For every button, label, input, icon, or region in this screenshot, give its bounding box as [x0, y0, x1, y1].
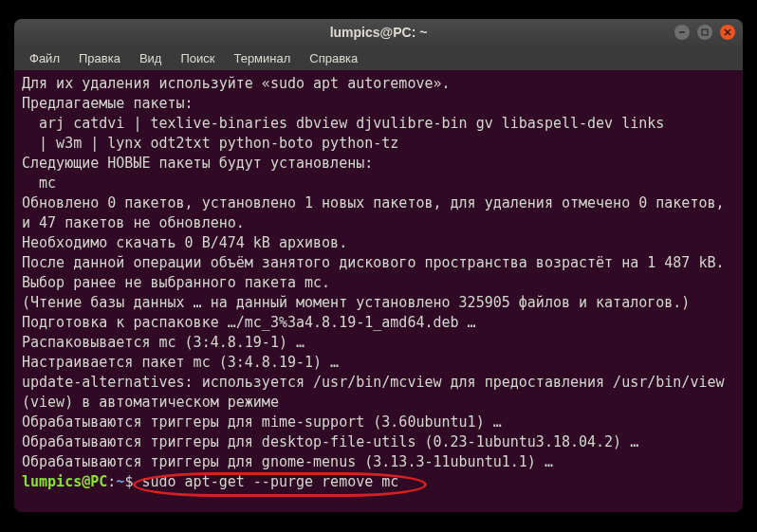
window-controls: [674, 25, 735, 40]
menu-view[interactable]: Вид: [132, 47, 170, 69]
output-line: После данной операции объём занятого дис…: [22, 253, 735, 273]
maximize-button[interactable]: [697, 25, 712, 40]
svg-rect-1: [702, 29, 708, 35]
window-title: lumpics@PC: ~: [330, 25, 428, 40]
output-line: Предлагаемые пакеты:: [22, 94, 735, 114]
menubar: Файл Правка Вид Поиск Терминал Справка: [14, 46, 743, 70]
output-line: Обновлено 0 пакетов, установлено 1 новых…: [22, 193, 735, 233]
output-line: Следующие НОВЫЕ пакеты будут установлены…: [22, 154, 735, 174]
output-line: arj catdvi | texlive-binaries dbview djv…: [22, 114, 735, 134]
minimize-button[interactable]: [674, 25, 690, 40]
output-line: Обрабатываются триггеры для desktop-file…: [22, 432, 735, 452]
output-line: (Чтение базы данных … на данный момент у…: [22, 293, 735, 313]
output-line: Настраивается пакет mc (3:4.8.19-1) …: [22, 353, 735, 373]
output-line: Обрабатываются триггеры для gnome-menus …: [22, 452, 735, 472]
output-line: | w3m | lynx odt2txt python-boto python-…: [22, 134, 735, 154]
close-button[interactable]: [720, 25, 735, 40]
output-line: update-alternatives: используется /usr/b…: [22, 373, 735, 413]
terminal-body[interactable]: Для их удаления используйте «sudo apt au…: [14, 70, 743, 512]
menu-edit[interactable]: Правка: [71, 47, 128, 69]
output-line: Распаковывается mc (3:4.8.19-1) …: [22, 333, 735, 353]
output-line: Выбор ранее не выбранного пакета mc.: [22, 273, 735, 293]
titlebar: lumpics@PC: ~: [14, 19, 743, 46]
output-line: Для их удаления используйте «sudo apt au…: [22, 74, 735, 94]
menu-file[interactable]: Файл: [22, 47, 67, 69]
output-line: Необходимо скачать 0 B/474 kB архивов.: [22, 233, 735, 253]
output-line: mc: [22, 174, 735, 193]
output-line: Обрабатываются триггеры для mime-support…: [22, 413, 735, 432]
output-line: Подготовка к распаковке …/mc_3%3a4.8.19-…: [22, 313, 735, 333]
menu-help[interactable]: Справка: [302, 47, 365, 69]
prompt-separator: :: [107, 473, 116, 490]
terminal-window: lumpics@PC: ~ Файл Правка Вид Поиск Терм…: [14, 19, 743, 512]
menu-terminal[interactable]: Терминал: [226, 47, 298, 69]
prompt-user-host: lumpics@PC: [22, 473, 107, 490]
command-input[interactable]: sudo apt-get --purge remove mc: [141, 473, 398, 490]
prompt-line: lumpics@PC:~$ sudo apt-get --purge remov…: [22, 473, 398, 490]
prompt-dollar: $: [124, 473, 133, 490]
menu-search[interactable]: Поиск: [173, 47, 222, 69]
